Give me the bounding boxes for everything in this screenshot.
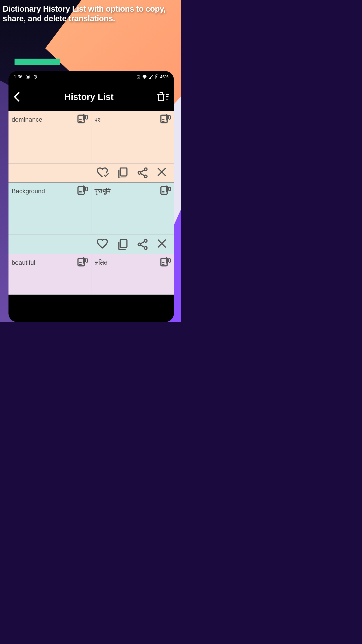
- svg-rect-26: [79, 191, 81, 192]
- svg-rect-15: [162, 119, 164, 120]
- back-button[interactable]: [13, 92, 21, 102]
- svg-point-2: [28, 76, 29, 77]
- history-item: Background पृष्ठभूमि: [8, 183, 174, 235]
- phone-frame: 1:36 VoLTE 45% History List: [8, 71, 174, 322]
- svg-rect-16: [162, 121, 164, 122]
- svg-point-33: [138, 243, 141, 246]
- target-cell[interactable]: पृष्ठभूमि: [91, 183, 174, 234]
- svg-rect-29: [162, 191, 164, 192]
- status-bar: 1:36 VoLTE 45%: [8, 71, 174, 81]
- app-header: History List: [8, 81, 174, 111]
- favorite-button[interactable]: [97, 239, 108, 250]
- lte-indicator: VoLTE: [137, 75, 140, 79]
- svg-rect-40: [79, 262, 81, 263]
- target-text: वश: [94, 116, 102, 123]
- delete-button[interactable]: [157, 168, 168, 178]
- svg-rect-43: [162, 262, 164, 263]
- svg-rect-27: [79, 192, 81, 194]
- svg-rect-30: [162, 192, 164, 194]
- source-text: Background: [12, 188, 45, 194]
- source-cell[interactable]: Background: [8, 183, 91, 234]
- battery-icon: [155, 74, 158, 80]
- status-time: 1:36: [14, 74, 22, 80]
- item-actions: [8, 235, 174, 254]
- item-actions: [8, 164, 174, 183]
- svg-point-34: [144, 247, 147, 249]
- svg-point-3: [35, 76, 35, 77]
- history-list: dominance वश: [8, 111, 174, 295]
- target-cell[interactable]: ललित: [91, 254, 174, 294]
- copy-button[interactable]: [117, 239, 128, 250]
- svg-rect-13: [79, 121, 81, 122]
- clear-all-button[interactable]: [157, 92, 169, 101]
- svg-line-21: [141, 170, 145, 172]
- svg-rect-17: [120, 168, 127, 176]
- svg-point-0: [26, 75, 30, 79]
- source-cell[interactable]: dominance: [8, 111, 91, 163]
- svg-rect-6: [156, 75, 157, 75]
- svg-rect-41: [79, 264, 81, 265]
- svg-point-19: [138, 172, 141, 174]
- speak-icon[interactable]: [160, 113, 173, 124]
- svg-point-32: [144, 240, 147, 242]
- svg-rect-44: [162, 264, 164, 265]
- promo-heading: Dictionary History List with options to …: [3, 4, 181, 23]
- speak-icon[interactable]: [77, 113, 90, 124]
- accent-bar: [14, 58, 60, 64]
- target-text: पृष्ठभूमि: [94, 188, 111, 194]
- battery-percent: 45%: [160, 74, 168, 80]
- face-icon: [26, 75, 30, 79]
- svg-point-1: [27, 76, 28, 77]
- wifi-icon: [142, 75, 147, 79]
- source-text: beautiful: [12, 259, 35, 266]
- speak-icon[interactable]: [77, 184, 90, 195]
- svg-line-35: [141, 242, 145, 244]
- copy-button[interactable]: [117, 168, 128, 178]
- target-cell[interactable]: वश: [91, 111, 174, 163]
- speak-icon[interactable]: [160, 184, 173, 195]
- speak-icon[interactable]: [160, 256, 173, 267]
- shield-icon: [33, 75, 37, 79]
- svg-rect-12: [79, 119, 81, 120]
- share-button[interactable]: [137, 168, 148, 178]
- history-item: beautiful ललित: [8, 254, 174, 295]
- svg-rect-7: [158, 94, 164, 101]
- speak-icon[interactable]: [77, 256, 90, 267]
- source-text: dominance: [12, 116, 42, 123]
- svg-point-18: [144, 168, 147, 170]
- delete-button[interactable]: [157, 239, 168, 250]
- share-button[interactable]: [137, 239, 148, 250]
- target-text: ललित: [94, 259, 107, 266]
- history-item: dominance वश: [8, 111, 174, 164]
- favorite-button[interactable]: [97, 168, 108, 178]
- svg-point-20: [144, 175, 147, 178]
- page-title: History List: [21, 92, 157, 102]
- source-cell[interactable]: beautiful: [8, 254, 91, 294]
- signal-icon: [149, 75, 153, 79]
- svg-rect-31: [120, 240, 127, 248]
- svg-line-22: [141, 174, 145, 176]
- svg-line-36: [141, 245, 145, 247]
